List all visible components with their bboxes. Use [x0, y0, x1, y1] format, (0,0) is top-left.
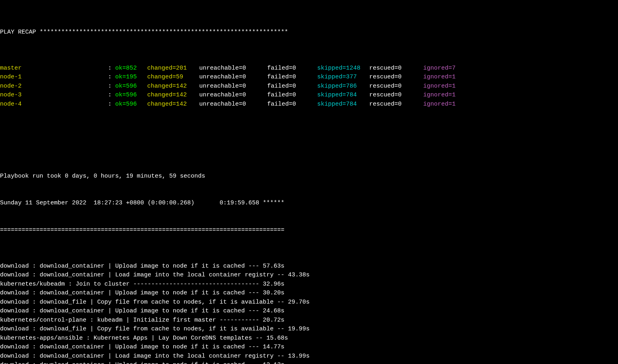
recap-ok: ok=596 — [115, 100, 147, 109]
play-recap-header: PLAY RECAP *****************************… — [0, 28, 618, 37]
recap-host: node-4 — [0, 100, 108, 109]
task-timing-row: download : download_container | Load ima… — [0, 352, 618, 361]
recap-ok: ok=596 — [115, 82, 147, 91]
terminal-output: PLAY RECAP *****************************… — [0, 0, 618, 364]
recap-rescued: rescued=0 — [369, 64, 423, 73]
recap-skipped: skipped=784 — [317, 100, 369, 109]
task-timing-row: download : download_container | Load ima… — [0, 271, 618, 280]
recap-failed: failed=0 — [267, 100, 317, 109]
recap-ok: ok=852 — [115, 64, 147, 73]
recap-unreachable: unreachable=0 — [199, 100, 267, 109]
recap-unreachable: unreachable=0 — [199, 82, 267, 91]
task-timing-row: download : download_file | Copy file fro… — [0, 325, 618, 334]
recap-ignored: ignored=1 — [423, 82, 463, 91]
recap-unreachable: unreachable=0 — [199, 64, 267, 73]
recap-ok: ok=596 — [115, 91, 147, 100]
recap-changed: changed=201 — [147, 64, 199, 73]
recap-sep: : — [108, 100, 115, 109]
recap-row: node-4: ok=596changed=142unreachable=0fa… — [0, 100, 618, 109]
recap-host: node-3 — [0, 91, 108, 100]
recap-row: node-3: ok=596changed=142unreachable=0fa… — [0, 91, 618, 100]
recap-failed: failed=0 — [267, 82, 317, 91]
recap-failed: failed=0 — [267, 73, 317, 82]
recap-rescued: rescued=0 — [369, 82, 423, 91]
recap-rescued: rescued=0 — [369, 91, 423, 100]
recap-rescued: rescued=0 — [369, 73, 423, 82]
recap-skipped: skipped=377 — [317, 73, 369, 82]
task-timing-row: kubernetes/kubeadm : Join to cluster ---… — [0, 280, 618, 289]
recap-host: node-2 — [0, 82, 108, 91]
recap-unreachable: unreachable=0 — [199, 73, 267, 82]
recap-failed: failed=0 — [267, 91, 317, 100]
timing-summary: Playbook run took 0 days, 0 hours, 19 mi… — [0, 172, 618, 181]
recap-unreachable: unreachable=0 — [199, 91, 267, 100]
timing-date: Sunday 11 September 2022 18:27:23 +0800 … — [0, 199, 618, 208]
recap-sep: : — [108, 64, 115, 73]
recap-changed: changed=142 — [147, 91, 199, 100]
task-timing-row: kubernetes-apps/ansible : Kubernetes App… — [0, 334, 618, 343]
task-timing-row: download : download_container | Upload i… — [0, 307, 618, 316]
recap-sep: : — [108, 82, 115, 91]
recap-skipped: skipped=784 — [317, 91, 369, 100]
task-timing-row: download : download_container | Upload i… — [0, 361, 618, 364]
task-timing-row: download : download_container | Upload i… — [0, 289, 618, 298]
recap-ignored: ignored=7 — [423, 64, 463, 73]
recap-row: node-1: ok=195changed=59unreachable=0fai… — [0, 73, 618, 82]
recap-changed: changed=142 — [147, 100, 199, 109]
recap-ignored: ignored=1 — [423, 91, 463, 100]
recap-changed: changed=142 — [147, 82, 199, 91]
recap-row: master: ok=852changed=201unreachable=0fa… — [0, 64, 618, 73]
task-timing-row: kubernetes/control-plane : kubeadm | Ini… — [0, 316, 618, 325]
recap-host: master — [0, 64, 108, 73]
recap-failed: failed=0 — [267, 64, 317, 73]
recap-host: node-1 — [0, 73, 108, 82]
recap-ignored: ignored=1 — [423, 73, 463, 82]
recap-sep: : — [108, 73, 115, 82]
task-timing-row: download : download_container | Upload i… — [0, 262, 618, 271]
recap-sep: : — [108, 91, 115, 100]
recap-changed: changed=59 — [147, 73, 199, 82]
play-recap-title: PLAY RECAP — [0, 29, 36, 36]
recap-ok: ok=195 — [115, 73, 147, 82]
recap-ignored: ignored=1 — [423, 100, 463, 109]
recap-row: node-2: ok=596changed=142unreachable=0fa… — [0, 82, 618, 91]
timing-rule: ========================================… — [0, 226, 618, 235]
task-timing-row: download : download_file | Copy file fro… — [0, 298, 618, 307]
task-timing-row: download : download_container | Upload i… — [0, 343, 618, 352]
recap-skipped: skipped=786 — [317, 82, 369, 91]
recap-skipped: skipped=1248 — [317, 64, 369, 73]
header-stars: ****************************************… — [40, 29, 288, 36]
recap-rescued: rescued=0 — [369, 100, 423, 109]
